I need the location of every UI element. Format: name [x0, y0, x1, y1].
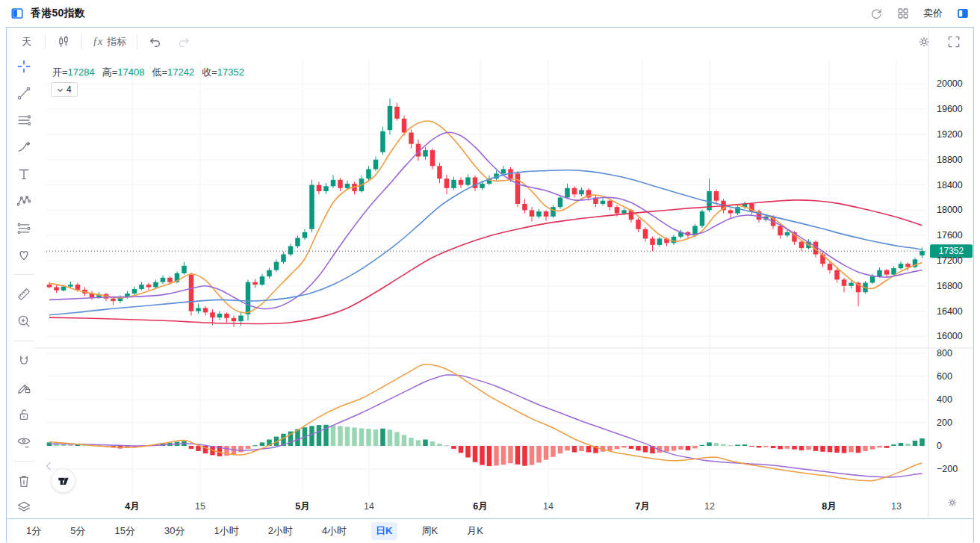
tools-divider — [13, 341, 34, 341]
svg-text:200: 200 — [937, 418, 952, 428]
indicators-collapse-pill[interactable]: 4 — [51, 82, 78, 97]
moving-averages-layer — [49, 121, 922, 323]
refresh-icon[interactable] — [869, 7, 883, 20]
chart-region: 1735220000196001920018800184001800017600… — [7, 28, 973, 518]
sell-price-button[interactable]: 卖价 — [923, 7, 943, 20]
chart-style-button[interactable] — [56, 34, 71, 49]
svg-text:−200: −200 — [937, 464, 958, 474]
collapse-toolbar-arrow[interactable] — [44, 461, 53, 474]
low-label: 低= — [152, 66, 168, 78]
tf-15min[interactable]: 15分 — [110, 522, 139, 540]
close-value: 17352 — [217, 66, 244, 78]
tf-5min[interactable]: 5分 — [66, 522, 90, 540]
toolbar-divider — [45, 34, 46, 49]
magnet-tool[interactable] — [15, 352, 33, 370]
close-label: 收= — [202, 66, 217, 78]
fullscreen-icon[interactable] — [946, 34, 961, 49]
time-axis[interactable]: 4月155月146月147月128月13 — [125, 501, 902, 512]
crosshair-tool[interactable] — [15, 58, 33, 75]
open-value: 17284 — [68, 66, 95, 78]
high-label: 高= — [102, 66, 118, 78]
chart-widget-frame: 1735220000196001920018800184001800017600… — [6, 27, 974, 542]
panel-right-icon[interactable] — [956, 7, 970, 20]
redo-button[interactable] — [176, 34, 191, 49]
zoom-in-tool[interactable] — [15, 312, 33, 330]
panel-left-icon[interactable] — [10, 7, 24, 20]
ma-slow-blue — [49, 170, 922, 315]
svg-text:0: 0 — [937, 441, 942, 451]
high-value: 17408 — [117, 66, 144, 78]
svg-text:20000: 20000 — [937, 78, 963, 89]
undo-button[interactable] — [148, 34, 163, 49]
drawing-lock-tool[interactable] — [15, 379, 33, 397]
tv-mark-icon — [56, 474, 71, 488]
tf-weekly[interactable]: 周K — [418, 522, 443, 540]
object-tree-layers-tool[interactable] — [15, 498, 33, 516]
interval-button[interactable]: 天 — [19, 34, 34, 50]
svg-text:18400: 18400 — [937, 180, 963, 190]
parallel-lines-tool[interactable] — [15, 111, 33, 129]
settings-gear-icon[interactable] — [917, 34, 931, 49]
collapsed-count: 4 — [66, 84, 72, 95]
svg-text:5月: 5月 — [295, 501, 309, 512]
svg-text:4月: 4月 — [125, 501, 139, 512]
pattern-tool[interactable] — [15, 192, 33, 210]
svg-text:14: 14 — [364, 501, 374, 512]
tf-1min[interactable]: 1分 — [22, 522, 46, 540]
candles-layer[interactable] — [47, 99, 925, 327]
tradingview-logo[interactable] — [51, 468, 75, 493]
tf-4hour[interactable]: 4小时 — [317, 522, 351, 540]
emoji-heart-tool[interactable] — [15, 246, 33, 264]
text-tool[interactable] — [15, 165, 33, 183]
tf-daily[interactable]: 日K — [371, 522, 397, 540]
chevron-down-icon — [57, 87, 63, 93]
svg-text:600: 600 — [937, 371, 952, 382]
grid-layout-icon[interactable] — [896, 7, 910, 20]
axis-settings-gear-icon[interactable] — [946, 497, 958, 512]
timeframe-bar: 1分 5分 15分 30分 1小时 2小时 4小时 日K 周K 月K — [7, 518, 973, 542]
svg-text:13: 13 — [891, 501, 902, 512]
ma-fast-orange — [49, 121, 922, 313]
fx-icon: ƒx — [93, 36, 102, 48]
svg-text:12: 12 — [704, 501, 715, 512]
svg-text:15: 15 — [195, 501, 205, 512]
redo-icon — [176, 34, 191, 49]
open-label: 开= — [52, 66, 68, 78]
ohlc-legend: 开=17284 高=17408 低=17242 收=17352 — [52, 66, 244, 79]
svg-text:400: 400 — [937, 394, 952, 405]
svg-text:6月: 6月 — [473, 501, 487, 512]
main-chart[interactable]: 1735220000196001920018800184001800017600… — [7, 28, 973, 518]
svg-text:18000: 18000 — [937, 205, 963, 215]
svg-text:18800: 18800 — [937, 155, 963, 165]
svg-text:8月: 8月 — [822, 501, 836, 512]
tf-30min[interactable]: 30分 — [160, 522, 189, 540]
svg-text:7月: 7月 — [635, 501, 649, 512]
drawing-toolbar — [7, 58, 41, 490]
position-tool[interactable] — [15, 219, 33, 237]
unlock-tool[interactable] — [15, 406, 33, 423]
tools-divider — [13, 461, 34, 462]
brush-tool[interactable] — [15, 138, 33, 156]
candlestick-icon — [56, 34, 71, 49]
svg-text:19600: 19600 — [937, 104, 963, 114]
trend-line-tool[interactable] — [15, 84, 33, 102]
chart-toolbar: 天 ƒx 指标 — [7, 28, 973, 56]
indicators-label: 指标 — [107, 35, 126, 49]
indicators-button[interactable]: ƒx 指标 — [93, 35, 126, 49]
hide-all-eye-tool[interactable] — [15, 432, 33, 450]
page-title: 香港50指数 — [31, 7, 85, 20]
app-header: 香港50指数 卖价 — [0, 0, 980, 27]
tools-divider — [13, 274, 34, 275]
price-axis[interactable]: 2000019600192001880018400180001760017200… — [937, 78, 963, 474]
macd-dea-line — [49, 375, 922, 477]
tf-monthly[interactable]: 月K — [462, 522, 488, 540]
tf-2hour[interactable]: 2小时 — [264, 522, 297, 540]
undo-icon — [148, 34, 163, 49]
svg-text:17200: 17200 — [937, 255, 963, 266]
measure-ruler-tool[interactable] — [15, 285, 33, 303]
ma-long-red — [49, 200, 922, 324]
tf-1hour[interactable]: 1小时 — [209, 522, 243, 540]
svg-text:17600: 17600 — [937, 230, 963, 241]
svg-text:19200: 19200 — [937, 129, 963, 140]
remove-drawings-trash-tool[interactable] — [15, 472, 33, 490]
